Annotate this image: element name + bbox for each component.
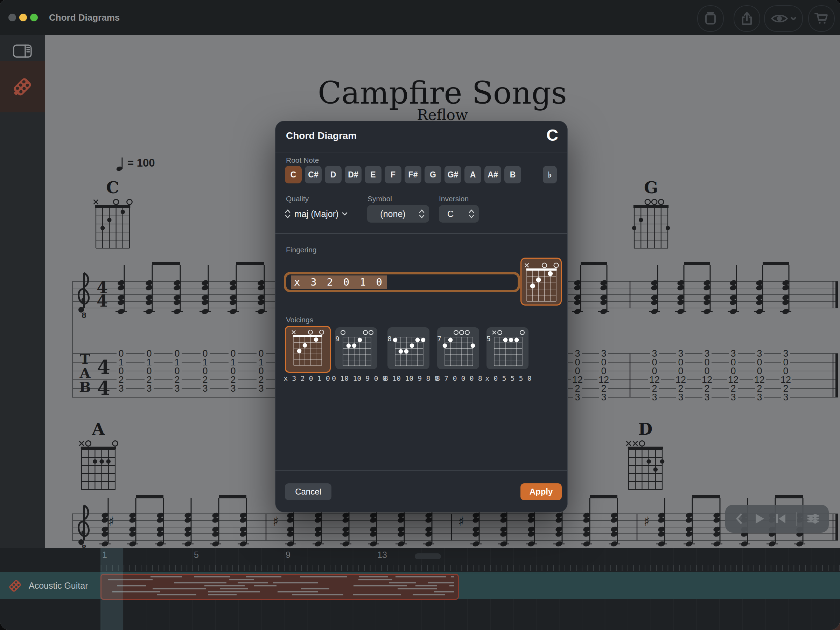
svg-text:3: 3 <box>202 383 208 394</box>
root-note-G#[interactable]: G# <box>445 166 461 183</box>
root-note-D#[interactable]: D# <box>345 166 362 183</box>
bar-number-9: 9 <box>286 550 291 560</box>
svg-text:3: 3 <box>118 383 123 394</box>
timeline-scroll-pill[interactable] <box>415 553 441 559</box>
svg-text:3: 3 <box>757 392 762 403</box>
view-options-button[interactable] <box>764 5 803 32</box>
voicing-card-4[interactable]: 7 <box>437 327 479 369</box>
root-note-C[interactable]: C <box>285 166 302 183</box>
panel-toggle-button[interactable] <box>12 43 33 60</box>
zoom-button[interactable] <box>30 14 38 21</box>
fingering-label: Fingering <box>286 246 317 254</box>
screen: nd Chord Diagrams <box>0 0 840 630</box>
skip-to-start-icon[interactable] <box>775 512 787 525</box>
chevron-down-icon <box>791 17 796 20</box>
stepper-icon <box>418 208 425 219</box>
svg-text:3: 3 <box>258 383 264 394</box>
divider <box>275 153 567 153</box>
track-name: Acoustic Guitar <box>29 581 88 591</box>
sidebar-track-guitar[interactable] <box>0 61 45 112</box>
voicing-card-5[interactable]: 5 <box>486 327 529 369</box>
timeline-panel: 15913 Acoustic Guitar <box>0 548 840 630</box>
svg-text:♯: ♯ <box>458 514 464 529</box>
score-chord-diagram-C: C <box>88 178 137 253</box>
cart-button[interactable] <box>808 5 835 32</box>
root-note-C#[interactable]: C# <box>305 166 322 183</box>
root-note-A#[interactable]: A# <box>485 166 501 183</box>
bar-number-5: 5 <box>194 550 199 560</box>
root-note-F#[interactable]: F# <box>404 166 422 183</box>
svg-text:♯: ♯ <box>273 514 279 529</box>
root-note-B[interactable]: B <box>504 166 521 183</box>
svg-text:3: 3 <box>174 383 180 394</box>
svg-text:3: 3 <box>783 392 788 403</box>
voicing-caption-5: x 0 5 5 5 0 <box>483 374 534 382</box>
svg-text:3: 3 <box>601 392 606 403</box>
fingering-input[interactable]: x 3 2 0 1 0 <box>284 272 520 292</box>
voicings-row: x 3 2 0 1 090 10 10 9 0 088 10 10 9 8 87… <box>285 326 561 385</box>
cart-icon <box>813 11 830 26</box>
chord-preview <box>521 257 562 306</box>
panel-toggle-icon <box>12 43 33 60</box>
up-down-icon <box>284 208 291 219</box>
score-chord-diagram-A: A <box>74 419 123 494</box>
symbol-label: Symbol <box>368 194 392 203</box>
voicing-caption-2: 0 10 10 9 0 0 <box>332 374 382 382</box>
accidental-flat-button[interactable]: ♭ <box>543 166 557 183</box>
voicing-card-1[interactable] <box>285 326 331 373</box>
svg-text:4: 4 <box>96 292 108 311</box>
svg-text:8: 8 <box>387 335 392 343</box>
guitar-headstock-icon <box>9 74 36 100</box>
symbol-select[interactable]: (none) <box>367 205 429 223</box>
mixer-icon[interactable] <box>807 512 819 525</box>
inversion-select[interactable]: C <box>439 205 479 223</box>
divider <box>275 233 567 234</box>
guitar-headstock-icon <box>6 577 24 595</box>
svg-text:8: 8 <box>82 311 87 319</box>
titlebar: Chord Diagrams <box>0 0 840 35</box>
inversion-label: Inversion <box>439 194 469 203</box>
inversion-value: C <box>447 209 468 219</box>
sidebar <box>0 35 45 548</box>
root-note-D[interactable]: D <box>325 166 342 183</box>
playhead[interactable] <box>101 548 123 630</box>
window-title: Chord Diagrams <box>49 0 120 35</box>
cancel-button[interactable]: Cancel <box>285 483 332 500</box>
play-icon[interactable] <box>753 512 766 525</box>
svg-text:B: B <box>79 379 91 395</box>
eye-icon <box>771 11 797 26</box>
printer-icon <box>703 11 718 26</box>
quality-value: maj (Major) <box>294 209 338 219</box>
chord-diagram-dialog: Chord Diagram C Root Note CC#DD#EFF#GG#A… <box>275 121 568 512</box>
voicing-caption-1: x 3 2 0 1 0 <box>281 374 332 382</box>
voicings-label: Voicings <box>286 316 313 324</box>
root-note-E[interactable]: E <box>365 166 382 183</box>
root-note-A[interactable]: A <box>464 166 481 183</box>
printer-button[interactable] <box>697 5 724 32</box>
bar-number-13: 13 <box>377 550 387 560</box>
track-clip[interactable] <box>101 574 459 600</box>
svg-text:3: 3 <box>652 392 657 403</box>
root-note-label: Root Note <box>286 156 319 164</box>
root-note-G[interactable]: G <box>425 166 441 183</box>
track-row[interactable]: Acoustic Guitar <box>0 572 840 599</box>
dialog-chord-symbol: C <box>546 125 558 145</box>
chevron-left-icon[interactable] <box>735 512 744 525</box>
root-note-F[interactable]: F <box>385 166 401 183</box>
voicing-caption-3: 8 10 10 9 8 8 <box>384 374 435 382</box>
dialog-title: Chord Diagram <box>286 130 357 141</box>
share-button[interactable] <box>734 5 760 32</box>
svg-text:7: 7 <box>437 335 441 343</box>
track-label[interactable]: Acoustic Guitar <box>0 572 98 599</box>
close-button[interactable] <box>8 14 16 21</box>
voicing-card-3[interactable]: 8 <box>387 327 429 369</box>
root-note-row: CC#DD#EFF#GG#AA#B♭ <box>275 166 567 184</box>
share-icon <box>739 11 755 26</box>
voicing-card-2[interactable]: 9 <box>335 327 377 369</box>
minimize-button[interactable] <box>19 14 27 21</box>
symbol-value: (none) <box>367 209 418 219</box>
playback-divider <box>796 512 797 526</box>
quality-select[interactable]: maj (Major) <box>284 205 347 223</box>
svg-text:8: 8 <box>82 543 87 548</box>
apply-button[interactable]: Apply <box>521 483 562 500</box>
